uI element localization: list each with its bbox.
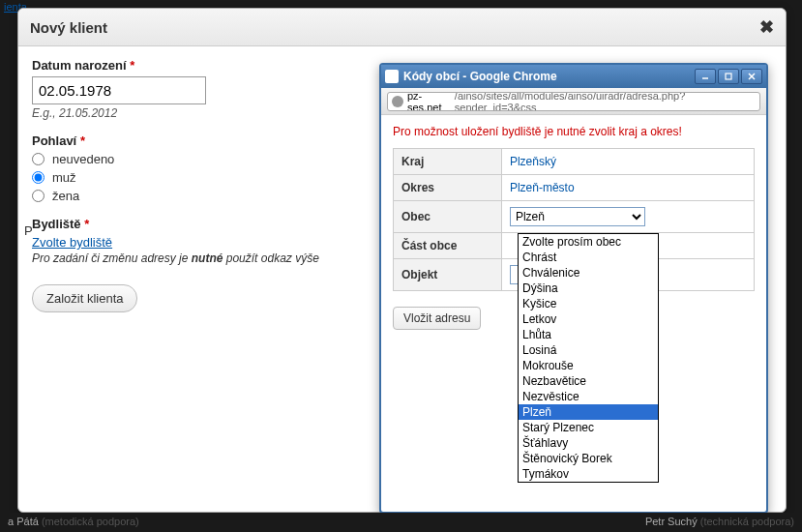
- address-popup-window: ◉ Kódy obcí - Google Chrome pz-ses.net/a…: [379, 63, 768, 514]
- dropdown-option[interactable]: Chrást: [519, 250, 658, 265]
- close-button[interactable]: [741, 69, 762, 84]
- label-objekt: Objekt: [394, 259, 502, 291]
- dropdown-option[interactable]: Zvolte prosím obec: [519, 234, 658, 250]
- popup-titlebar[interactable]: ◉ Kódy obcí - Google Chrome: [381, 65, 766, 88]
- dropdown-option[interactable]: Letkov: [519, 311, 658, 327]
- svg-rect-1: [726, 74, 731, 79]
- label-obec: Obec: [394, 201, 502, 233]
- close-icon[interactable]: ✖: [759, 16, 774, 38]
- obec-dropdown: Zvolte prosím obecChrástChváleniceDýšina…: [518, 233, 659, 483]
- url-field[interactable]: pz-ses.net/ainso/sites/all/modules/ainso…: [387, 92, 760, 111]
- radio-label-zena[interactable]: žena: [52, 189, 79, 203]
- popup-title: Kódy obcí - Google Chrome: [403, 70, 695, 83]
- dropdown-option[interactable]: Plzeň: [519, 404, 658, 420]
- globe-icon: [392, 96, 403, 107]
- radio-neuvedeno[interactable]: [32, 153, 45, 165]
- dropdown-option[interactable]: Starý Plzenec: [519, 420, 658, 435]
- side-letter: P: [24, 223, 33, 238]
- dropdown-option[interactable]: Nezbavětice: [519, 373, 658, 389]
- dropdown-option[interactable]: Tymákov: [519, 466, 658, 482]
- select-obec[interactable]: Plzeň: [510, 207, 645, 226]
- dialog-header: Nový klient ✖: [18, 9, 786, 46]
- maximize-button[interactable]: [718, 69, 739, 84]
- label-cast: Část obce: [394, 233, 502, 259]
- radio-label-muz[interactable]: muž: [52, 170, 76, 185]
- value-kraj[interactable]: Plzeňský: [501, 149, 754, 175]
- dropdown-option[interactable]: Chválenice: [519, 265, 658, 281]
- label-kraj: Kraj: [394, 149, 502, 175]
- insert-address-button[interactable]: Vložit adresu: [393, 307, 481, 330]
- minimize-button[interactable]: [695, 69, 716, 84]
- dropdown-option[interactable]: Šťáhlavy: [519, 435, 658, 451]
- radio-label-neuvedeno[interactable]: neuvedeno: [52, 152, 114, 166]
- footer: a Pátá (metodická podpora) Petr Suchý (t…: [0, 513, 802, 532]
- dob-input[interactable]: [32, 76, 206, 104]
- create-client-button[interactable]: Založit klienta: [32, 284, 137, 312]
- radio-muz[interactable]: [32, 171, 45, 184]
- dropdown-option[interactable]: Losiná: [519, 342, 658, 358]
- chrome-icon: ◉: [385, 70, 399, 83]
- label-okres: Okres: [394, 175, 502, 201]
- radio-zena[interactable]: [32, 190, 45, 202]
- dropdown-option[interactable]: Lhůta: [519, 327, 658, 342]
- address-bar: pz-ses.net/ainso/sites/all/modules/ainso…: [381, 88, 766, 115]
- dropdown-option[interactable]: Kyšice: [519, 296, 658, 311]
- value-okres[interactable]: Plzeň-město: [501, 175, 754, 201]
- dropdown-option[interactable]: Štěnovický Borek: [519, 451, 658, 466]
- dialog-title: Nový klient: [30, 19, 107, 36]
- dropdown-option[interactable]: Nezvěstice: [519, 389, 658, 404]
- warning-text: Pro možnost uložení bydliště je nutné zv…: [393, 125, 755, 138]
- dropdown-option[interactable]: Mokrouše: [519, 358, 658, 373]
- choose-address-link[interactable]: Zvolte bydliště: [32, 235, 112, 250]
- dropdown-option[interactable]: Dýšina: [519, 281, 658, 296]
